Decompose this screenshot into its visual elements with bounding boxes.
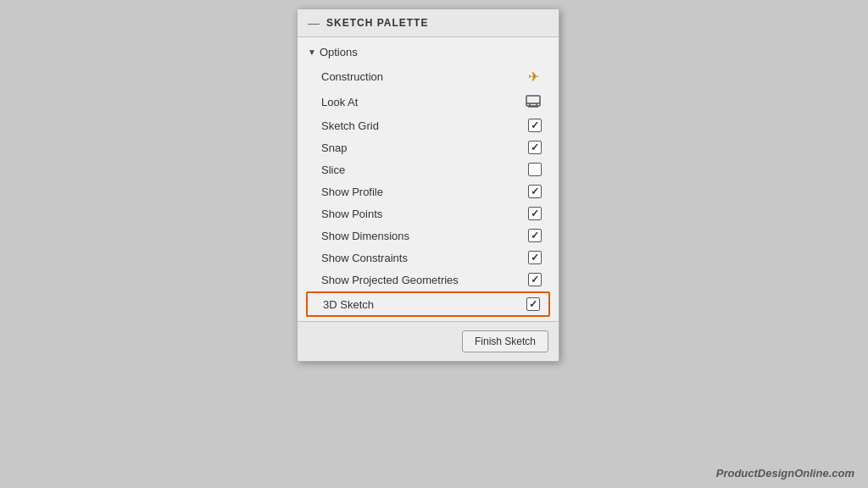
- option-label-sketch-grid: Sketch Grid: [321, 119, 379, 132]
- option-label-show-points: Show Points: [321, 208, 382, 220]
- option-row-sketch-grid[interactable]: Sketch Grid: [298, 114, 559, 136]
- panel-header: — SKETCH PALETTE: [298, 9, 559, 37]
- section-title: Options: [320, 46, 358, 58]
- finish-sketch-button[interactable]: Finish Sketch: [462, 330, 548, 352]
- option-row-3d-sketch[interactable]: 3D Sketch: [306, 291, 550, 317]
- option-row-slice[interactable]: Slice: [298, 158, 559, 180]
- option-label-3d-sketch: 3D Sketch: [323, 298, 374, 311]
- checkbox-sketch-grid[interactable]: [528, 119, 542, 132]
- option-row-show-dimensions[interactable]: Show Dimensions: [298, 225, 559, 247]
- options-section-header[interactable]: ▼ Options: [298, 41, 559, 64]
- option-row-snap[interactable]: Snap: [298, 136, 559, 158]
- construction-icon: ✈: [525, 68, 542, 85]
- option-label-show-constraints: Show Constraints: [321, 252, 408, 264]
- option-row-show-profile[interactable]: Show Profile: [298, 180, 559, 202]
- option-label-show-profile: Show Profile: [321, 186, 383, 198]
- watermark: ProductDesignOnline.com: [716, 467, 854, 480]
- option-label-show-projected: Show Projected Geometries: [321, 274, 459, 286]
- option-label-slice: Slice: [321, 164, 345, 176]
- section-arrow: ▼: [308, 47, 316, 57]
- option-label-construction: Construction: [321, 70, 383, 83]
- panel-body: ▼ Options Construction ✈ Look At Sk: [298, 37, 559, 321]
- lookat-icon: [525, 93, 542, 110]
- option-label-show-dimensions: Show Dimensions: [321, 230, 409, 242]
- option-row-show-constraints[interactable]: Show Constraints: [298, 247, 559, 269]
- checkbox-show-dimensions[interactable]: [528, 229, 542, 242]
- option-row-show-projected[interactable]: Show Projected Geometries: [298, 269, 559, 291]
- minimize-icon[interactable]: —: [308, 16, 320, 30]
- option-label-look-at: Look At: [321, 96, 358, 108]
- checkbox-show-profile[interactable]: [528, 185, 542, 198]
- checkbox-slice[interactable]: [528, 163, 542, 176]
- option-row-show-points[interactable]: Show Points: [298, 202, 559, 225]
- checkbox-snap[interactable]: [528, 141, 542, 154]
- option-row-construction[interactable]: Construction ✈: [298, 64, 559, 89]
- checkbox-show-constraints[interactable]: [528, 251, 542, 264]
- checkbox-show-points[interactable]: [528, 207, 542, 220]
- panel-footer: Finish Sketch: [298, 321, 559, 361]
- sketch-palette-panel: — SKETCH PALETTE ▼ Options Construction …: [297, 8, 559, 362]
- checkbox-show-projected[interactable]: [528, 273, 542, 286]
- svg-rect-0: [526, 96, 540, 106]
- option-label-snap: Snap: [321, 141, 347, 154]
- option-row-look-at[interactable]: Look At: [298, 89, 559, 114]
- checkbox-3d-sketch[interactable]: [526, 297, 540, 311]
- panel-title: SKETCH PALETTE: [326, 17, 428, 29]
